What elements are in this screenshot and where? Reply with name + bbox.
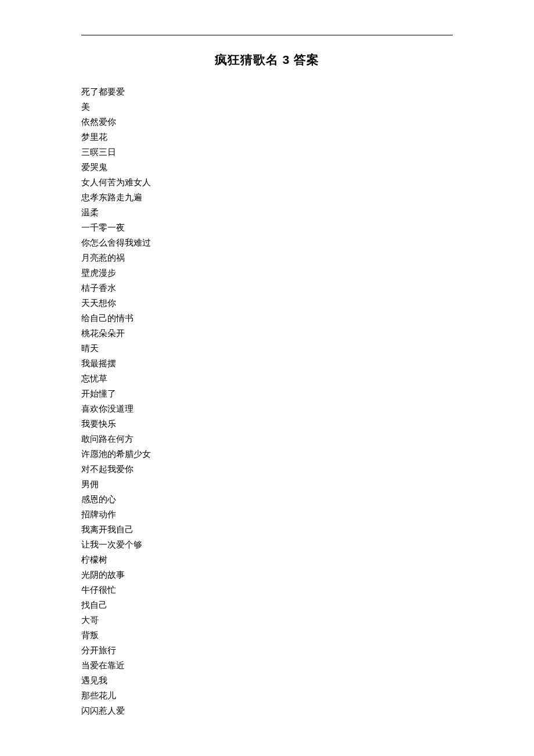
song-item: 一千零一夜 (81, 220, 453, 235)
song-item: 忠孝东路走九遍 (81, 190, 453, 205)
song-item: 分开旅行 (81, 643, 453, 658)
song-item: 桔子香水 (81, 280, 453, 296)
song-item: 喜欢你没道理 (81, 401, 453, 416)
song-item: 你怎么舍得我难过 (81, 235, 453, 250)
song-item: 闪闪惹人爱 (81, 703, 453, 718)
song-item: 牛仔很忙 (81, 582, 453, 597)
document-page: 疯狂猜歌名 3 答案 死了都要爱美依然爱你梦里花三暝三日爱哭鬼女人何苦为难女人忠… (0, 35, 534, 718)
song-item: 男佣 (81, 477, 453, 492)
song-item: 让我一次爱个够 (81, 537, 453, 552)
song-item: 柠檬树 (81, 552, 453, 567)
song-item: 三暝三日 (81, 145, 453, 160)
song-item: 晴天 (81, 341, 453, 356)
song-item: 开始懂了 (81, 386, 453, 401)
document-title: 疯狂猜歌名 3 答案 (81, 52, 453, 68)
song-item: 爱哭鬼 (81, 160, 453, 175)
song-item: 找自己 (81, 597, 453, 613)
song-item: 许愿池的希腊少女 (81, 447, 453, 462)
song-item: 温柔 (81, 205, 453, 220)
song-item: 我要快乐 (81, 416, 453, 431)
song-item: 敢问路在何方 (81, 431, 453, 447)
song-item: 女人何苦为难女人 (81, 175, 453, 190)
song-item: 光阴的故事 (81, 567, 453, 582)
song-item: 死了都要爱 (81, 84, 453, 99)
song-item: 美 (81, 99, 453, 114)
top-divider (81, 35, 453, 35)
song-item: 对不起我爱你 (81, 462, 453, 477)
song-item: 我离开我自己 (81, 522, 453, 537)
song-item: 大哥 (81, 613, 453, 628)
song-item: 感恩的心 (81, 492, 453, 507)
song-item: 遇见我 (81, 673, 453, 688)
song-item: 那些花儿 (81, 688, 453, 703)
song-item: 壁虎漫步 (81, 265, 453, 280)
song-item: 桃花朵朵开 (81, 326, 453, 341)
song-item: 给自己的情书 (81, 311, 453, 326)
song-item: 招牌动作 (81, 507, 453, 522)
song-item: 忘忧草 (81, 371, 453, 386)
song-item: 背叛 (81, 628, 453, 643)
song-item: 我最摇摆 (81, 356, 453, 371)
song-item: 梦里花 (81, 129, 453, 145)
song-item: 天天想你 (81, 296, 453, 311)
song-list: 死了都要爱美依然爱你梦里花三暝三日爱哭鬼女人何苦为难女人忠孝东路走九遍温柔一千零… (81, 84, 453, 718)
song-item: 月亮惹的祸 (81, 250, 453, 265)
song-item: 当爱在靠近 (81, 658, 453, 673)
song-item: 依然爱你 (81, 114, 453, 129)
